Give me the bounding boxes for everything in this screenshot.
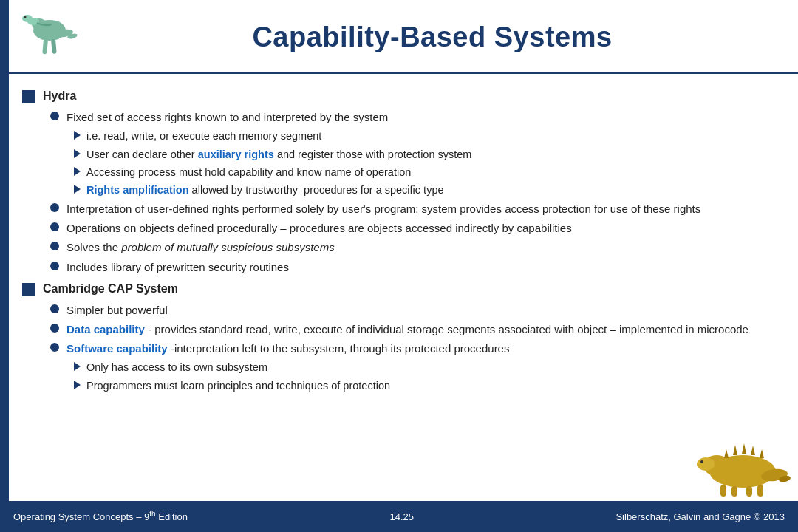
header: Capability-Based Systems (0, 0, 798, 74)
bullet-circle-icon (50, 222, 59, 231)
hydra-sub-4-text: Rights amplification allowed by trustwor… (86, 182, 444, 198)
hydra-item-5-text: Includes library of prewritten security … (66, 259, 289, 276)
bullet-circle-icon (50, 112, 59, 120)
section-hydra: Hydra (22, 87, 776, 106)
main-content: Hydra Fixed set of access rights known t… (0, 74, 798, 440)
bullet-circle-icon (50, 203, 59, 212)
bullet-circle-icon (50, 324, 59, 332)
hydra-sub-1: i.e. read, write, or execute each memory… (74, 128, 776, 144)
cap-sub-1-text: Only has access to its own subsystem (86, 359, 267, 375)
arrow-icon (74, 381, 81, 389)
svg-point-12 (700, 460, 703, 463)
svg-rect-15 (720, 485, 726, 497)
hydra-item-2: Interpretation of user-defined rights pe… (50, 200, 776, 217)
cap-items: Simpler but powerful Data capability - p… (50, 301, 776, 395)
cap-item-2-text: Data capability - provides standard read… (66, 321, 748, 338)
header-logo (7, 7, 81, 66)
left-accent (0, 0, 9, 532)
cap-item-2: Data capability - provides standard read… (50, 321, 776, 338)
hydra-sub-3-text: Accessing process must hold capability a… (86, 164, 411, 180)
svg-point-3 (22, 15, 33, 22)
cap-sub-1: Only has access to its own subsystem (74, 359, 776, 375)
hydra-sub-1-text: i.e. read, write, or execute each memory… (86, 128, 321, 144)
cap-item-1: Simpler but powerful (50, 301, 776, 318)
hydra-item-3: Operations on objects defined procedural… (50, 219, 776, 236)
hydra-sub-2: User can declare other auxiliary rights … (74, 146, 776, 163)
bullet-square-icon (22, 283, 35, 296)
bullet-circle-icon (50, 242, 59, 250)
section-cap-label: Cambridge CAP System (43, 280, 178, 299)
svg-marker-21 (742, 443, 746, 454)
hydra-sub-4: Rights amplification allowed by trustwor… (74, 182, 776, 198)
bullet-circle-icon (50, 304, 59, 313)
hydra-item-4: Solves the problem of mutually suspiciou… (50, 239, 776, 256)
svg-point-11 (697, 457, 715, 471)
hydra-items: Fixed set of access rights known to and … (50, 109, 776, 276)
cap-item-3: Software capability -interpretation left… (50, 340, 776, 357)
arrow-icon (74, 131, 81, 140)
footer-edition: Operating System Concepts – 9th Edition (13, 510, 188, 522)
footer-copyright: Silberschatz, Galvin and Gagne © 2013 (615, 511, 785, 522)
svg-marker-22 (751, 446, 755, 455)
hydra-sub-2-text: User can declare other auxiliary rights … (86, 146, 471, 163)
hydra-item-1: Fixed set of access rights known to and … (50, 109, 776, 126)
svg-rect-18 (757, 485, 763, 497)
page-title: Capability-Based Systems (81, 21, 783, 53)
cap-sub-2-text: Programmers must learn principles and te… (86, 378, 390, 394)
arrow-icon (74, 149, 81, 158)
svg-rect-8 (51, 38, 57, 53)
bullet-circle-icon (50, 262, 59, 270)
cap-item-1-text: Simpler but powerful (66, 301, 168, 318)
hydra-item-1-subs: i.e. read, write, or execute each memory… (74, 128, 776, 199)
arrow-icon (74, 167, 81, 176)
dino-bottom-icon (695, 427, 791, 501)
hydra-item-1-text: Fixed set of access rights known to and … (66, 109, 388, 126)
arrow-icon (74, 185, 81, 194)
dino-logo-icon (11, 8, 78, 66)
cap-sub-2: Programmers must learn principles and te… (74, 378, 776, 394)
hydra-item-5: Includes library of prewritten security … (50, 259, 776, 276)
hydra-item-4-text: Solves the problem of mutually suspiciou… (66, 239, 335, 256)
arrow-icon (74, 362, 81, 371)
svg-rect-7 (42, 39, 48, 54)
footer: Operating System Concepts – 9th Edition … (0, 501, 798, 532)
cap-item-3-subs: Only has access to its own subsystem Pro… (74, 359, 776, 394)
dino-bottom-right (695, 427, 791, 501)
svg-marker-20 (733, 445, 737, 455)
footer-page: 14.25 (389, 511, 414, 522)
hydra-item-3-text: Operations on objects defined procedural… (66, 219, 572, 236)
svg-marker-19 (724, 449, 729, 458)
svg-rect-16 (732, 486, 737, 497)
svg-rect-17 (746, 486, 752, 497)
section-hydra-label: Hydra (43, 87, 76, 106)
bullet-square-icon (22, 90, 35, 103)
section-cap: Cambridge CAP System (22, 280, 776, 299)
hydra-item-2-text: Interpretation of user-defined rights pe… (66, 200, 700, 217)
bullet-circle-icon (50, 343, 59, 352)
svg-point-4 (24, 16, 27, 18)
svg-marker-23 (760, 449, 764, 458)
cap-item-3-text: Software capability -interpretation left… (66, 340, 509, 357)
hydra-sub-3: Accessing process must hold capability a… (74, 164, 776, 180)
